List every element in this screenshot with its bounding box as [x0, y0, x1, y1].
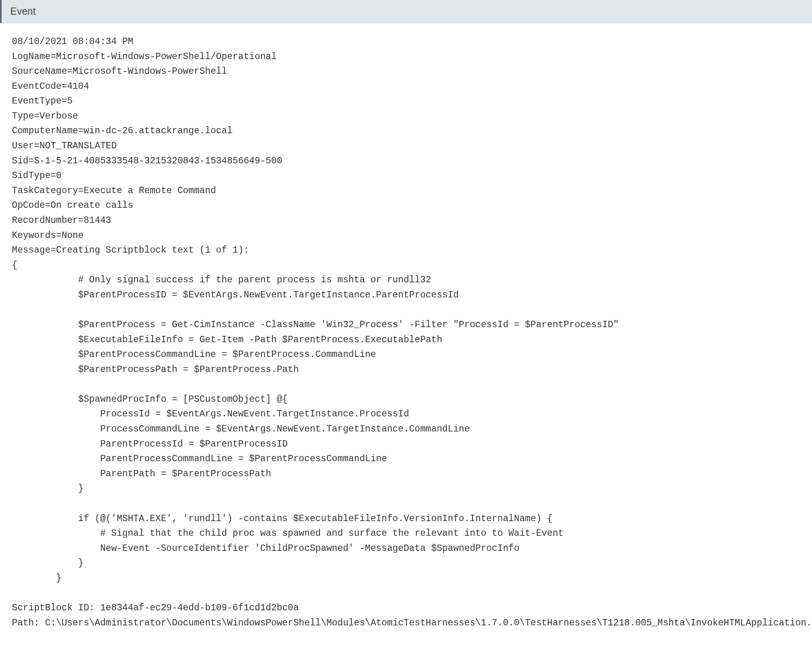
- field-path: C:\Users\Administrator\Documents\Windows…: [45, 618, 812, 628]
- field-sourcename: Microsoft-Windows-PowerShell: [73, 66, 227, 77]
- field-message-header: Creating Scriptblock text (1 of 1):: [56, 245, 249, 255]
- script-line: $ExecutableFileInfo = Get-Item -Path $Pa…: [12, 335, 442, 345]
- script-line: }: [12, 558, 84, 568]
- script-line: }: [12, 483, 84, 494]
- field-computername: win-dc-26.attackrange.local: [84, 126, 233, 136]
- field-recordnumber: 81443: [84, 215, 111, 226]
- script-line: # Only signal success if the parent proc…: [12, 275, 431, 285]
- script-line: $ParentProcessPath = $ParentProcess.Path: [12, 364, 299, 375]
- event-body: 08/10/2021 08:04:34 PM LogName=Microsoft…: [0, 23, 812, 631]
- script-line: ParentPath = $ParentProcessPath: [12, 469, 271, 479]
- event-panel-title: Event: [10, 6, 36, 17]
- field-eventcode: 4104: [67, 81, 89, 92]
- script-line: # Signal that the child proc was spawned…: [12, 528, 563, 539]
- script-line: $ParentProcessID = $EventArgs.NewEvent.T…: [12, 290, 459, 300]
- field-sid: S-1-5-21-4085333548-3215320843-153485664…: [34, 156, 282, 166]
- script-line: $ParentProcess = Get-CimInstance -ClassN…: [12, 320, 619, 330]
- script-line: $ParentProcessCommandLine = $ParentProce…: [12, 349, 376, 360]
- field-opcode: On create calls: [50, 200, 133, 211]
- script-line: ProcessCommandLine = $EventArgs.NewEvent…: [12, 424, 470, 434]
- script-line: }: [12, 573, 61, 583]
- field-user: NOT_TRANSLATED: [40, 141, 117, 151]
- event-panel-header[interactable]: Event: [0, 0, 812, 23]
- script-line: $SpawnedProcInfo = [PSCustomObject] @{: [12, 394, 288, 405]
- field-sidtype: 0: [56, 171, 61, 181]
- script-line: ParentProcessCommandLine = $ParentProces…: [12, 454, 387, 464]
- field-scriptblockid: 1e8344af-ec29-4edd-b109-6f1cd1d2bc0a: [100, 603, 299, 613]
- field-keywords: None: [61, 230, 84, 241]
- field-eventtype: 5: [67, 96, 73, 106]
- script-line: ProcessId = $EventArgs.NewEvent.TargetIn…: [12, 409, 409, 419]
- field-logname: Microsoft-Windows-PowerShell/Operational: [56, 52, 277, 62]
- script-line: if (@('MSHTA.EXE', 'rundll') -contains $…: [12, 514, 553, 524]
- script-line: New-Event -SourceIdentifier 'ChildProcSp…: [12, 543, 519, 554]
- script-line: ParentProcessId = $ParentProcessID: [12, 439, 288, 449]
- field-taskcategory: Execute a Remote Command: [84, 186, 216, 196]
- field-type: Verbose: [40, 111, 78, 121]
- event-timestamp: 08/10/2021 08:04:34 PM: [12, 36, 133, 47]
- script-open-brace: {: [12, 260, 17, 270]
